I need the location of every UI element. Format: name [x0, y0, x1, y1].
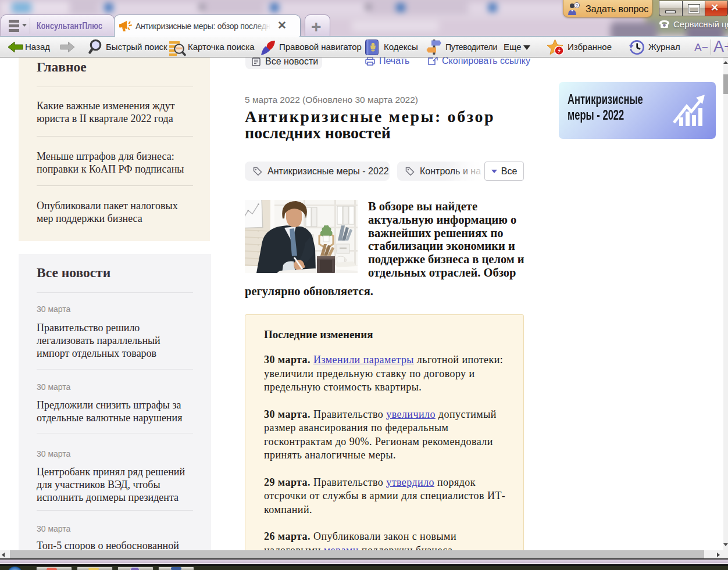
svg-text:?: ?: [576, 3, 578, 8]
